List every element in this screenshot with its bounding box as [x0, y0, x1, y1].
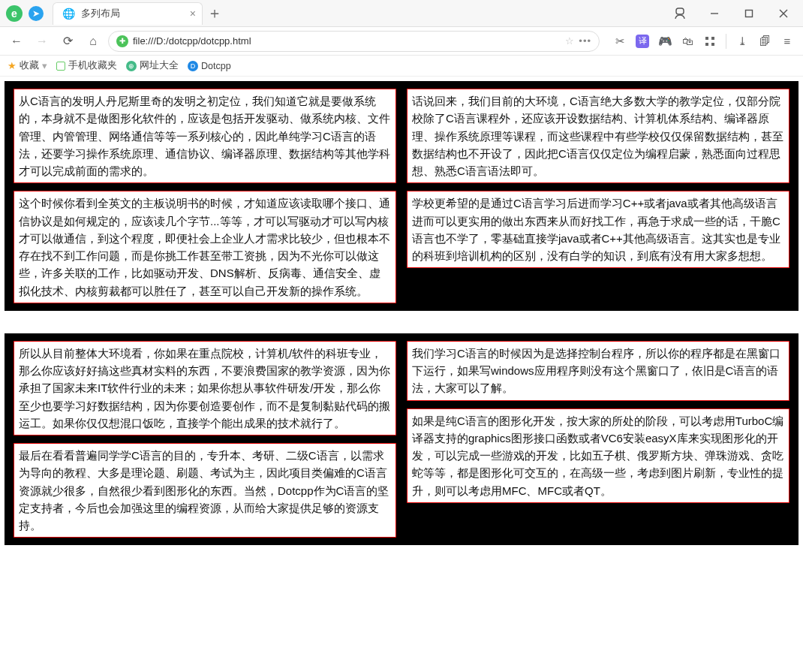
star-icon[interactable]: ☆ [565, 35, 574, 47]
telegram-icon[interactable]: ➤ [29, 6, 44, 21]
bookmark-favorites[interactable]: ★ 收藏 ▾ [8, 59, 47, 72]
bookmark-label: Dotcpp [201, 61, 231, 71]
maximize-icon [744, 9, 753, 18]
text-box: 如果是纯C语言的图形化开发，按大家的所处的阶段，可以考虑用TurboC编译器支持… [407, 408, 789, 503]
address-bar[interactable]: ✚ file:///D:/dotcpp/dotcpp.html ☆ ••• [108, 31, 600, 52]
star-icon: ★ [8, 60, 17, 71]
text-box: 话说回来，我们目前的大环境，C语言绝大多数大学的教学定位，仅部分院校除了C语言课… [407, 89, 789, 183]
scissors-icon[interactable]: ✂ [610, 32, 630, 51]
text-box: 我们学习C语言的时候因为是选择控制台程序，所以你的程序都是在黑窗口下运行，如果写… [407, 341, 789, 401]
close-tab-icon[interactable]: × [190, 8, 196, 20]
section-2-left-column: 所以从目前整体大环境看，你如果在重点院校，计算机/软件的科班专业，那么你应该好好… [14, 341, 396, 538]
titlebar: e ➤ 🌐 多列布局 × ＋ [0, 0, 803, 27]
back-button[interactable]: ← [6, 31, 27, 52]
more-icon[interactable]: ••• [579, 35, 591, 47]
lock-icon: ✚ [116, 35, 128, 47]
grid-svg-icon [705, 36, 715, 47]
text-box: 所以从目前整体大环境看，你如果在重点院校，计算机/软件的科班专业，那么你应该好好… [14, 341, 396, 435]
tab-active[interactable]: 🌐 多列布局 × [53, 2, 203, 25]
forward-button[interactable]: → [32, 31, 53, 52]
minimize-icon [710, 9, 719, 18]
shopping-icon[interactable]: 🛍 [678, 32, 697, 51]
svg-rect-6 [711, 37, 714, 40]
svg-rect-2 [746, 10, 753, 17]
svg-rect-0 [676, 8, 684, 14]
browser-logo-icon: e [6, 5, 23, 22]
bookmark-label: 网址大全 [140, 59, 179, 72]
home-button[interactable]: ⌂ [83, 31, 104, 52]
section-1-left-column: 从C语言的发明人丹尼斯里奇的发明之初定位，我们知道它就是要做系统的，本身就不是做… [14, 89, 396, 303]
bookmark-mobile[interactable]: 手机收藏夹 [56, 59, 117, 72]
section-2: 所以从目前整体大环境看，你如果在重点院校，计算机/软件的科班专业，那么你应该好好… [5, 333, 798, 546]
section-2-right-column: 我们学习C语言的时候因为是选择控制台程序，所以你的程序都是在黑窗口下运行，如果写… [407, 341, 789, 538]
dot-icon: D [188, 61, 198, 71]
window-minimize-button[interactable] [698, 0, 731, 27]
svg-rect-8 [711, 43, 714, 46]
phone-icon [56, 62, 65, 71]
bookmark-dotcpp[interactable]: D Dotcpp [188, 61, 231, 71]
toolbar: ← → ⟳ ⌂ ✚ file:///D:/dotcpp/dotcpp.html … [0, 27, 803, 56]
close-icon [779, 9, 788, 18]
tab-title: 多列布局 [81, 7, 120, 20]
grid-icon[interactable] [700, 32, 720, 51]
window-maximize-button[interactable] [732, 0, 765, 27]
svg-rect-7 [705, 43, 708, 46]
text-box: 学校更希望的是通过C语言学习后进而学习C++或者java或者其他高级语言进而可以… [407, 191, 789, 268]
globe-icon: ⊕ [126, 61, 137, 71]
svg-rect-5 [705, 37, 708, 40]
section-1-right-column: 话说回来，我们目前的大环境，C语言绝大多数大学的教学定位，仅部分院校除了C语言课… [407, 89, 789, 303]
game-icon[interactable]: 🎮 [655, 32, 675, 51]
bookmarks-bar: ★ 收藏 ▾ 手机收藏夹 ⊕ 网址大全 D Dotcpp [0, 56, 803, 77]
text-box: 最后在看看普遍同学学C语言的目的，专升本、考研、二级C语言，以需求为导向的教程、… [14, 443, 396, 538]
download-icon[interactable]: ⤓ [732, 32, 752, 51]
section-1: 从C语言的发明人丹尼斯里奇的发明之初定位，我们知道它就是要做系统的，本身就不是做… [5, 81, 798, 311]
person-icon [674, 8, 686, 20]
bookmark-label: 手机收藏夹 [68, 59, 117, 72]
account-icon[interactable] [663, 0, 696, 27]
menu-icon[interactable]: ≡ [777, 32, 797, 51]
window-close-button[interactable] [767, 0, 800, 27]
bookmark-label: 收藏 [20, 59, 39, 72]
bookmark-sites[interactable]: ⊕ 网址大全 [126, 59, 179, 72]
globe-icon: 🌐 [62, 8, 75, 20]
page-icon[interactable]: 🗐 [755, 32, 774, 51]
new-tab-button[interactable]: ＋ [207, 3, 222, 23]
text-box: 这个时候你看到全英文的主板说明书的时候，才知道应该读取哪个接口、通信协议是如何规… [14, 191, 396, 303]
address-text: file:///D:/dotcpp/dotcpp.html [133, 35, 561, 47]
divider [726, 34, 726, 49]
text-box: 从C语言的发明人丹尼斯里奇的发明之初定位，我们知道它就是要做系统的，本身就不是做… [14, 89, 396, 183]
translate-icon[interactable]: 译 [633, 32, 652, 51]
page-viewport: 从C语言的发明人丹尼斯里奇的发明之初定位，我们知道它就是要做系统的，本身就不是做… [0, 77, 803, 572]
reload-button[interactable]: ⟳ [57, 31, 78, 52]
